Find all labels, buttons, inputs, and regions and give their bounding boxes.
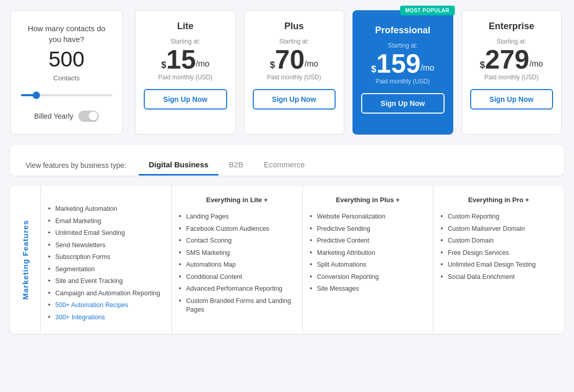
signup-button-plus[interactable]: Sign Up Now: [253, 89, 336, 110]
list-item[interactable]: 300+ Integrations: [48, 312, 164, 324]
plan-card-plus: Plus Starting at: $ 70 /mo Paid monthly …: [244, 10, 345, 135]
list-item: Social Data Enrichment: [440, 271, 557, 284]
plan-name-professional: Professional: [375, 25, 430, 36]
features-col-lite: Marketing Automation Email Marketing Unl…: [41, 186, 172, 334]
list-item: Email Marketing: [48, 215, 164, 228]
list-item: Segmentation: [48, 264, 164, 276]
features-table: Marketing Features Marketing Automation …: [10, 186, 564, 334]
list-item: Website Personalization: [310, 211, 426, 223]
starting-at-lite: Starting at:: [170, 38, 200, 45]
contacts-label: Contacts: [53, 74, 79, 82]
signup-button-professional[interactable]: Sign Up Now: [361, 93, 445, 114]
automation-recipes-link[interactable]: 500+ Automation Recipes: [55, 301, 128, 309]
business-type-section: View features by business type: Digital …: [10, 145, 564, 176]
tab-ecommerce[interactable]: Ecommerce: [254, 155, 315, 176]
list-item: Marketing Attribution: [310, 247, 426, 259]
billed-yearly-toggle[interactable]: [78, 111, 99, 122]
list-item: Custom Branded Forms and Landing Pages: [179, 295, 295, 316]
contacts-slider[interactable]: [21, 94, 112, 96]
list-item: Unlimited Email Sending: [48, 227, 164, 239]
price-row-professional: $ 159 /mo: [371, 50, 434, 77]
paid-monthly-lite: Paid monthly (USD): [158, 74, 212, 81]
list-item: Custom Domain: [440, 235, 557, 247]
features-col-professional-header: Everything in Plus +: [310, 196, 426, 204]
features-col-enterprise: Everything in Pro + Custom Reporting Cus…: [433, 186, 564, 334]
list-item: Automations Map: [179, 259, 295, 271]
list-item: Marketing Automation: [48, 203, 164, 215]
list-item: Custom Reporting: [440, 211, 557, 223]
list-item: Contact Scoring: [179, 235, 295, 247]
starting-at-enterprise: Starting at:: [497, 38, 526, 45]
tab-digital-business[interactable]: Digital Business: [139, 155, 219, 176]
most-popular-badge: MOST POPULAR: [400, 6, 455, 15]
plan-card-professional: MOST POPULAR Professional Starting at: $…: [352, 10, 453, 135]
paid-monthly-plus: Paid monthly (USD): [267, 74, 321, 81]
list-item: Facebook Custom Audiences: [179, 223, 295, 235]
contacts-count: 500: [49, 49, 84, 70]
price-row-lite: $ 15 /mo: [161, 46, 210, 73]
features-list-enterprise: Custom Reporting Custom Mailserver Domai…: [440, 211, 557, 283]
plan-name-enterprise: Enterprise: [489, 21, 534, 32]
starting-at-professional: Starting at:: [388, 42, 417, 49]
features-list-professional: Website Personalization Predictive Sendi…: [310, 211, 426, 295]
list-item: Custom Mailserver Domain: [440, 223, 557, 235]
billed-yearly-label: Billed Yearly: [34, 112, 73, 120]
list-item: Free Design Services: [440, 247, 557, 259]
list-item: Predictive Sending: [310, 223, 426, 235]
signup-button-lite[interactable]: Sign Up Now: [144, 89, 227, 110]
signup-button-enterprise[interactable]: Sign Up Now: [470, 89, 554, 110]
price-row-enterprise: $ 279 /mo: [480, 46, 543, 73]
business-tabs: Digital Business B2B Ecommerce: [139, 155, 315, 176]
features-list-plus: Landing Pages Facebook Custom Audiences …: [179, 211, 295, 316]
business-type-row: View features by business type: Digital …: [26, 155, 548, 176]
list-item: Send Newsletters: [48, 239, 164, 252]
list-item: Advanced Performance Reporting: [179, 283, 295, 295]
features-section: Marketing Features Marketing Automation …: [10, 186, 564, 334]
features-section-label: Marketing Features: [21, 220, 30, 300]
plan-card-lite: Lite Starting at: $ 15 /mo Paid monthly …: [135, 10, 236, 135]
billed-yearly-row: Billed Yearly: [34, 111, 99, 122]
features-col-professional: Everything in Plus + Website Personaliza…: [303, 186, 434, 334]
list-item: Split Automations: [310, 259, 426, 271]
list-item: Subscription Forms: [48, 251, 164, 264]
tab-b2b[interactable]: B2B: [218, 155, 253, 176]
features-col-plus-header: Everything in Lite +: [179, 196, 295, 204]
list-item: Conversion Reporting: [310, 271, 426, 284]
contacts-panel: How many contacts do you have? 500 Conta…: [10, 10, 123, 135]
list-item[interactable]: 500+ Automation Recipes: [48, 299, 164, 312]
starting-at-plus: Starting at:: [279, 38, 309, 45]
list-item: Conditional Content: [179, 271, 295, 284]
features-col-plus: Everything in Lite + Landing Pages Faceb…: [172, 186, 303, 334]
plan-name-plus: Plus: [284, 21, 304, 32]
contacts-question: How many contacts do you have?: [21, 23, 112, 45]
price-row-plus: $ 70 /mo: [270, 46, 318, 73]
list-item: Predictive Content: [310, 235, 426, 247]
features-list-lite: Marketing Automation Email Marketing Unl…: [48, 203, 164, 323]
list-item: Campaign and Automation Reporting: [48, 288, 164, 300]
features-col-enterprise-header: Everything in Pro +: [440, 196, 557, 204]
list-item: Unlimited Email Design Testing: [440, 259, 557, 271]
list-item: Site Messages: [310, 283, 426, 295]
features-label-column: Marketing Features: [10, 186, 41, 334]
paid-monthly-enterprise: Paid monthly (USD): [484, 74, 539, 81]
integrations-link[interactable]: 300+ Integrations: [55, 314, 105, 321]
list-item: Landing Pages: [179, 211, 295, 223]
list-item: Site and Event Tracking: [48, 275, 164, 288]
list-item: SMS Marketing: [179, 247, 295, 259]
plan-name-lite: Lite: [177, 21, 193, 32]
paid-monthly-professional: Paid monthly (USD): [376, 78, 430, 85]
view-features-label: View features by business type:: [26, 161, 126, 169]
plan-card-enterprise: Enterprise Starting at: $ 279 /mo Paid m…: [461, 10, 562, 135]
